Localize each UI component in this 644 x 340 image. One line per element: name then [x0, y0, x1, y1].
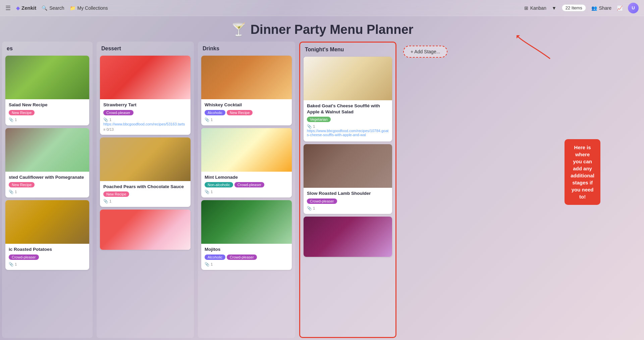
annotation-box: Here is where you can add any additional… — [565, 139, 600, 205]
items-count-badge: 22 Items — [562, 4, 586, 11]
attachment-count: 1 — [15, 118, 17, 122]
attachment-icon-lamb: 📎 — [307, 206, 312, 211]
card-meta-salad: 📎 1 — [9, 117, 86, 122]
share-btn[interactable]: 👥 Share — [591, 5, 611, 11]
tag-new-recipe-pears: New Recipe — [103, 191, 129, 197]
card-dessert3[interactable] — [100, 210, 191, 250]
card-image-lemonade — [201, 128, 292, 172]
card-tags-whiskey: Alcoholic New Recipe — [205, 110, 288, 115]
card-poached-pears[interactable]: Poached Pears with Chocolate Sauce New R… — [100, 137, 191, 207]
add-stage-button[interactable]: + Add Stage... — [403, 46, 447, 58]
card-salad[interactable]: Salad New Recipe New Recipe 📎 1 — [5, 56, 89, 125]
card-image-lamb — [304, 144, 392, 188]
attachment-icon-lemonade: 📎 — [205, 189, 209, 194]
title-icon: 🍸 — [231, 22, 247, 37]
attachment-icon-tart: 📎 — [103, 117, 108, 122]
card-potatoes[interactable]: ic Roasted Potatoes Crowd-pleaser 📎 1 — [5, 200, 89, 270]
card-link-tart[interactable]: https://www.bbcgoodfood.com/recipes/5316… — [103, 122, 187, 126]
card-tags-goat-cheese: Vegetarian — [307, 117, 389, 122]
tag-crowd-pleaser-lamb: Crowd-pleaser — [307, 199, 337, 204]
tag-crowd-pleaser-tart: Crowd-pleaser — [103, 110, 133, 115]
column-cards-entrees: Salad New Recipe New Recipe 📎 1 sted Cau… — [2, 54, 93, 338]
annotation-arrow-svg — [517, 35, 557, 62]
card-tags-lamb: Crowd-pleaser — [307, 199, 389, 204]
card-lamb[interactable]: Slow Roasted Lamb Shoulder Crowd-pleaser… — [304, 144, 392, 214]
collections-icon: 📁 — [70, 5, 75, 11]
card-image-whiskey — [201, 56, 292, 99]
card-link-goat-cheese[interactable]: https://www.bbcgoodfood.com/recipes/1078… — [307, 129, 389, 137]
attachment-count-lamb: 1 — [313, 206, 315, 210]
card-goat-cheese[interactable]: Baked Goat's Cheese Soufflé with Apple &… — [304, 57, 392, 141]
tag-new-recipe: New Recipe — [9, 110, 35, 115]
attachment-count-whiskey: 1 — [211, 118, 213, 122]
card-checklist-tart: ≡ 0/13 — [103, 127, 187, 131]
collections-label: My Collections — [77, 5, 108, 11]
activity-btn[interactable]: 📈 — [617, 5, 623, 11]
card-strawberry-tart[interactable]: Strawberry Tart Crowd-pleaser 📎 1 https:… — [100, 56, 191, 135]
filter-funnel-icon: ▼ — [552, 5, 556, 11]
tag-non-alcoholic-lemonade: Non-alcoholic — [205, 182, 233, 187]
card-image-salad — [5, 56, 89, 99]
tag-crowd-pleaser-lemonade: Crowd-pleaser — [234, 182, 265, 187]
column-header-dessert: Dessert — [97, 42, 194, 54]
activity-icon: 📈 — [617, 5, 623, 11]
filter-icon[interactable]: ▼ — [552, 5, 556, 11]
card-tags-strawberry-tart: Crowd-pleaser — [103, 110, 187, 115]
avatar[interactable]: U — [628, 3, 639, 13]
app-name: Zenkit — [21, 5, 36, 11]
kanban-board: es Salad New Recipe New Recipe 📎 1 — [0, 42, 644, 338]
attachment-icon-3: 📎 — [9, 262, 13, 267]
card-meta-goat-cheese: 📎 1 — [307, 124, 389, 129]
card-image-radicchio — [304, 217, 392, 257]
card-meta-cauliflower: 📎 1 — [9, 189, 86, 194]
attachment-icon-goat-cheese: 📎 — [307, 124, 312, 129]
card-title-salad: Salad New Recipe — [9, 102, 86, 108]
kanban-icon: ⊞ — [524, 5, 528, 11]
attachment-icon: 📎 — [9, 117, 13, 122]
card-tags-potatoes: Crowd-pleaser — [9, 254, 86, 260]
card-mojito[interactable]: Mojitos Alcoholic Crowd-pleaser 📎 1 — [201, 200, 292, 270]
share-label: Share — [599, 5, 611, 11]
app-logo[interactable]: ◆ Zenkit — [16, 5, 36, 11]
page-title: Dinner Party Menu Planner — [251, 22, 414, 37]
column-cards-tonights-menu: Baked Goat's Cheese Soufflé with Apple &… — [300, 55, 395, 337]
card-title-lemonade: Mint Lemonade — [205, 174, 288, 180]
card-title-mojito: Mojitos — [205, 246, 288, 252]
search-nav-item[interactable]: 🔍 Search — [42, 5, 64, 11]
hamburger-menu[interactable]: ☰ — [5, 4, 11, 12]
tag-new-recipe-whiskey: New Recipe — [227, 110, 253, 115]
column-entrees: es Salad New Recipe New Recipe 📎 1 — [2, 42, 93, 338]
card-meta-lamb: 📎 1 — [307, 206, 389, 211]
attachment-count-tart: 1 — [109, 118, 111, 122]
card-tags-salad: New Recipe — [9, 110, 86, 115]
card-title-potatoes: ic Roasted Potatoes — [9, 246, 86, 252]
add-stage-column: + Add Stage... — [398, 42, 466, 62]
column-header-drinks: Drinks — [198, 42, 295, 54]
kanban-view-btn[interactable]: ⊞ Kanban — [524, 5, 546, 11]
search-label: Search — [49, 5, 64, 11]
card-title-lamb: Slow Roasted Lamb Shoulder — [307, 190, 389, 196]
attachment-count-lemonade: 1 — [211, 190, 213, 194]
column-cards-drinks: Whiskey Cocktail Alcoholic New Recipe 📎 … — [198, 54, 295, 338]
card-image-mojito — [201, 200, 292, 244]
card-tags-mojito: Alcoholic Crowd-pleaser — [205, 254, 288, 260]
card-title-poached-pears: Poached Pears with Chocolate Sauce — [103, 184, 187, 190]
card-title-whiskey: Whiskey Cocktail — [205, 102, 288, 108]
share-icon: 👥 — [591, 5, 597, 11]
card-lemonade[interactable]: Mint Lemonade Non-alcoholic Crowd-please… — [201, 128, 292, 198]
card-tags-lemonade: Non-alcoholic Crowd-pleaser — [205, 182, 288, 187]
collections-nav-item[interactable]: 📁 My Collections — [70, 5, 108, 11]
attachment-icon-pears: 📎 — [103, 199, 108, 204]
card-meta-potatoes: 📎 1 — [9, 262, 86, 267]
card-radicchio[interactable] — [304, 217, 392, 257]
tag-crowd-pleaser: Crowd-pleaser — [9, 254, 39, 260]
card-title-strawberry-tart: Strawberry Tart — [103, 102, 187, 108]
attachment-icon-2: 📎 — [9, 189, 13, 194]
attachment-icon-whiskey: 📎 — [205, 117, 209, 122]
tag-alcoholic-mojito: Alcoholic — [205, 254, 225, 260]
card-whiskey[interactable]: Whiskey Cocktail Alcoholic New Recipe 📎 … — [201, 56, 292, 125]
card-meta-mojito: 📎 1 — [205, 262, 288, 267]
card-cauliflower[interactable]: sted Cauliflower with Pomegranate New Re… — [5, 128, 89, 198]
column-tonights-menu: Tonight's Menu Baked Goat's Cheese Souff… — [299, 42, 396, 338]
column-cards-dessert: Strawberry Tart Crowd-pleaser 📎 1 https:… — [97, 54, 194, 338]
